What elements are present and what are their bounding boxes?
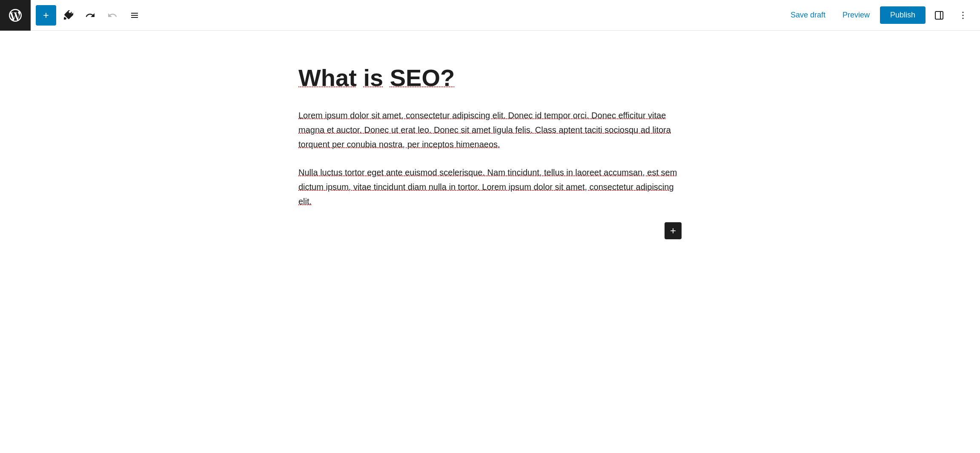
svg-rect-0 xyxy=(935,11,943,19)
redo-icon xyxy=(107,10,117,20)
wp-logo-icon xyxy=(8,8,23,23)
document-overview-button[interactable] xyxy=(124,5,145,26)
redo-button[interactable] xyxy=(102,5,123,26)
svg-point-4 xyxy=(963,17,964,19)
toolbar-left: + xyxy=(31,5,777,26)
post-title[interactable]: What is SEO? xyxy=(298,65,682,91)
svg-point-2 xyxy=(963,11,964,13)
title-word-is: is xyxy=(363,64,383,91)
svg-point-3 xyxy=(963,14,964,16)
preview-button[interactable]: Preview xyxy=(836,7,877,23)
paragraph-1[interactable]: Lorem ipsum dolor sit amet, consectetur … xyxy=(298,108,682,152)
editor-area: What is SEO? Lorem ipsum dolor sit amet,… xyxy=(0,31,980,453)
add-block-toolbar-button[interactable]: + xyxy=(36,5,56,26)
ellipsis-icon xyxy=(958,10,968,20)
list-view-icon xyxy=(129,10,140,20)
toolbar: + xyxy=(0,0,980,31)
title-word-seo: SEO? xyxy=(390,64,455,91)
settings-sidebar-toggle[interactable] xyxy=(929,5,949,26)
more-options-button[interactable] xyxy=(953,5,973,26)
edit-mode-button[interactable] xyxy=(58,5,78,26)
publish-button[interactable]: Publish xyxy=(880,6,926,24)
plus-icon: + xyxy=(43,9,49,21)
plus-inline-icon: + xyxy=(670,225,676,237)
title-word-what: What xyxy=(298,64,357,91)
pencil-icon xyxy=(63,10,73,20)
sidebar-icon xyxy=(934,10,944,20)
editor-content: What is SEO? Lorem ipsum dolor sit amet,… xyxy=(298,65,682,239)
app-container: + xyxy=(0,0,980,453)
undo-icon xyxy=(85,10,95,20)
toolbar-right: Save draft Preview Publish xyxy=(777,5,980,26)
undo-button[interactable] xyxy=(80,5,100,26)
add-block-inline-button[interactable]: + xyxy=(665,222,682,239)
paragraph-2[interactable]: Nulla luctus tortor eget ante euismod sc… xyxy=(298,165,682,209)
save-draft-button[interactable]: Save draft xyxy=(784,7,832,23)
wordpress-logo[interactable] xyxy=(0,0,31,31)
